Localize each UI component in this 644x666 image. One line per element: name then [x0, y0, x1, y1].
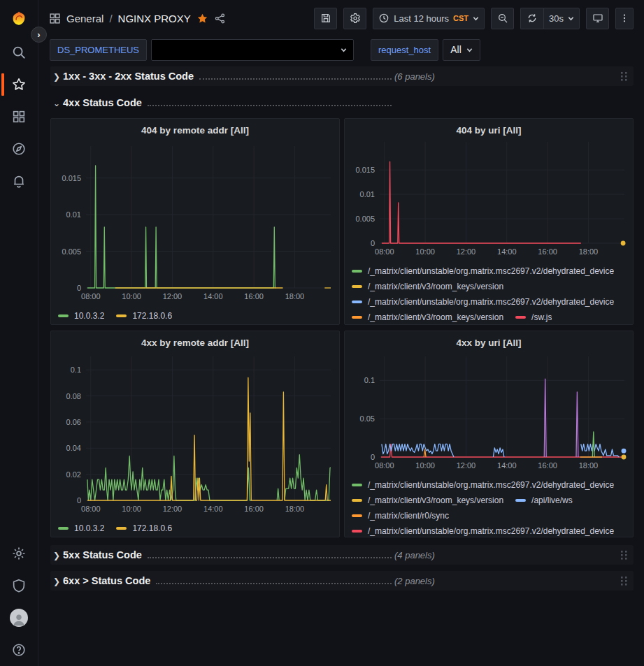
series-line — [576, 392, 578, 457]
row-title: 4xx Status Code — [63, 97, 142, 108]
dashboards-icon[interactable] — [0, 101, 38, 133]
legend-item[interactable]: /_matrix/client/unstable/org.matrix.msc2… — [352, 297, 614, 307]
sidebar-expand-button[interactable]: › — [31, 27, 47, 43]
x-tick-label: 08:00 — [81, 505, 101, 513]
legend-swatch — [352, 316, 362, 319]
legend-item[interactable]: /_matrix/client/unstable/org.matrix.msc2… — [352, 480, 614, 490]
timezone-label: CST — [453, 14, 468, 22]
dotted-leader — [148, 105, 392, 106]
kiosk-mode-button[interactable] — [586, 8, 609, 29]
y-tick-label: 0.015 — [62, 174, 81, 182]
gear-icon — [350, 13, 361, 24]
datasource-variable-select[interactable] — [151, 39, 354, 61]
x-tick-label: 18:00 — [579, 461, 599, 470]
chevron-down-icon: ⌄ — [53, 99, 63, 108]
datasource-variable-label[interactable]: DS_PROMETHEUS — [50, 39, 147, 61]
kebab-icon — [619, 13, 630, 24]
dashboard-row-header[interactable]: ❯1xx - 3xx - 2xx Status Code(6 panels) — [50, 66, 634, 86]
chart-panel: 4xx by remote addr [All]08:0010:0012:001… — [50, 331, 340, 537]
legend-item[interactable]: /_matrix/client/unstable/org.matrix.msc2… — [352, 526, 614, 536]
series-line — [277, 488, 279, 500]
zoom-out-icon — [497, 13, 508, 24]
row-drag-handle-icon[interactable] — [620, 71, 628, 82]
legend-label: 172.18.0.6 — [132, 523, 172, 533]
legend-item[interactable]: /_matrix/client/v3/room_keys/version — [352, 312, 503, 322]
share-icon[interactable] — [214, 13, 226, 24]
search-icon[interactable] — [0, 36, 38, 68]
legend-swatch — [352, 530, 362, 533]
dashboard-row-header[interactable]: ❯6xx > Status Code(2 panels) — [50, 571, 634, 591]
y-tick-label: 0.04 — [66, 444, 81, 452]
more-menu-button[interactable] — [615, 8, 634, 29]
dashboard-title[interactable]: NGINX PROXY — [118, 13, 191, 24]
dotted-leader — [148, 557, 392, 558]
explore-compass-icon[interactable] — [0, 133, 38, 165]
legend-item[interactable]: 172.18.0.6 — [116, 523, 172, 533]
alerting-bell-icon[interactable] — [0, 165, 38, 197]
legend-label: /api/live/ws — [531, 495, 573, 505]
panel-title[interactable]: 4xx by remote addr [All] — [57, 335, 334, 352]
x-tick-label: 16:00 — [538, 247, 557, 256]
panel-title[interactable]: 4xx by uri [All] — [350, 335, 627, 352]
x-tick-label: 14:00 — [497, 461, 517, 470]
legend-label: /sw.js — [531, 312, 552, 322]
chevron-right-icon: ❯ — [53, 72, 63, 82]
panel-title[interactable]: 404 by remote addr [All] — [57, 122, 334, 139]
request-host-variable-select[interactable]: All — [443, 39, 480, 61]
legend-swatch — [352, 270, 362, 273]
legend-label: /_matrix/client/unstable/org.matrix.msc2… — [368, 266, 614, 276]
breadcrumb-folder[interactable]: General — [66, 13, 103, 24]
refresh-button[interactable] — [520, 8, 543, 29]
row-title: 5xx Status Code — [63, 549, 142, 560]
chevron-down-icon — [568, 15, 574, 22]
row-title-area: ❯5xx Status Code — [50, 549, 394, 561]
y-tick-label: 0.01 — [66, 210, 81, 219]
save-button[interactable] — [314, 8, 337, 29]
starred-dashboards-icon[interactable] — [0, 68, 38, 101]
dashboard-settings-button[interactable] — [343, 8, 366, 29]
zoom-out-button[interactable] — [491, 8, 514, 29]
legend-label: /_matrix/client/unstable/org.matrix.msc2… — [368, 480, 614, 490]
legend-item[interactable]: 172.18.0.6 — [116, 311, 172, 321]
legend-label: 172.18.0.6 — [132, 311, 172, 321]
help-icon[interactable] — [0, 634, 38, 666]
legend-item[interactable]: /sw.js — [515, 312, 552, 322]
refresh-interval-dropdown[interactable]: 30s — [543, 8, 580, 29]
request-host-variable-label[interactable]: request_host — [371, 39, 438, 61]
legend-item[interactable]: /api/live/ws — [515, 495, 573, 505]
chart-panel: 404 by uri [All]08:0010:0012:0014:0016:0… — [344, 118, 634, 325]
legend-item[interactable]: 10.0.3.2 — [58, 523, 104, 533]
panel-title[interactable]: 404 by uri [All] — [350, 122, 627, 139]
y-tick-label: 0.1 — [71, 365, 81, 374]
y-tick-label: 0.06 — [66, 418, 81, 426]
legend-item[interactable]: 10.0.3.2 — [58, 311, 104, 321]
series-line — [382, 161, 581, 243]
legend-swatch — [58, 527, 69, 530]
legend-item[interactable]: /_matrix/client/r0/sync — [352, 511, 449, 521]
time-range-label: Last 12 hours — [394, 13, 449, 24]
configuration-gear-icon[interactable] — [0, 537, 38, 570]
time-range-picker[interactable]: Last 12 hours CST — [373, 8, 485, 29]
row-drag-handle-icon[interactable] — [620, 576, 628, 586]
dashboard-row-header[interactable]: ❯5xx Status Code(4 panels) — [50, 545, 634, 565]
legend-item[interactable]: /_matrix/client/v3/room_keys/version — [352, 282, 503, 291]
apps-icon — [49, 13, 61, 24]
chart-panel: 404 by remote addr [All]08:0010:0012:001… — [50, 118, 340, 325]
chevron-down-icon — [473, 15, 479, 22]
user-avatar[interactable] — [0, 602, 38, 634]
legend-item[interactable]: /_matrix/client/v3/room_keys/version — [352, 495, 503, 505]
dashboard-row-header[interactable]: ⌄4xx Status Code — [50, 93, 634, 113]
legend-item[interactable]: /_matrix/client/unstable/org.matrix.msc2… — [352, 266, 614, 276]
star-filled-icon[interactable] — [196, 13, 208, 24]
row-panel-count: (4 panels) — [394, 550, 435, 560]
series-line — [544, 379, 546, 457]
y-tick-label: 0 — [77, 496, 81, 505]
x-tick-label: 08:00 — [375, 461, 394, 470]
legend-label: 10.0.3.2 — [74, 311, 104, 321]
x-tick-label: 14:00 — [203, 292, 223, 301]
chevron-right-icon: ❯ — [53, 551, 63, 560]
legend-swatch — [116, 527, 127, 530]
y-tick-label: 0.08 — [66, 392, 81, 400]
row-drag-handle-icon[interactable] — [620, 550, 628, 560]
server-admin-shield-icon[interactable] — [0, 570, 38, 602]
